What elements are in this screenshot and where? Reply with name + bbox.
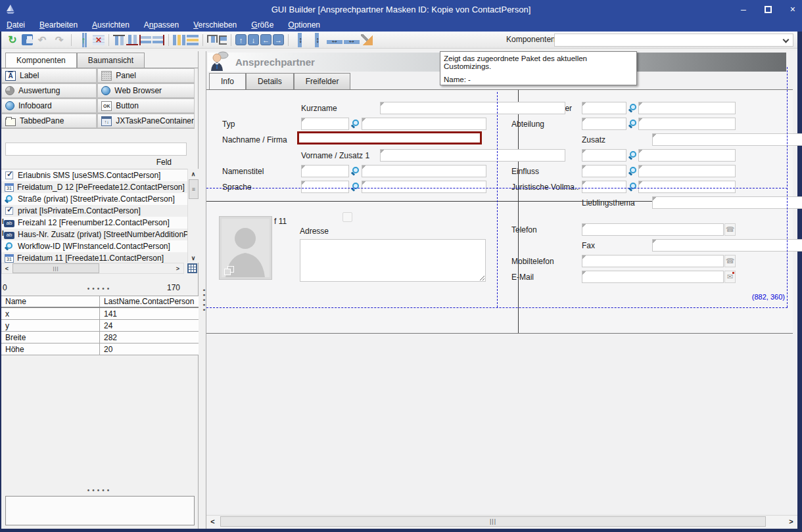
toolbar-icon[interactable]: ← bbox=[260, 34, 271, 45]
change-photo-icon[interactable] bbox=[223, 265, 235, 276]
toolbar-icon[interactable] bbox=[108, 34, 109, 46]
menu-item[interactable]: Verschieben bbox=[193, 20, 237, 30]
menu-item[interactable]: Ausrichten bbox=[92, 20, 130, 30]
component-button[interactable]: Web Browser bbox=[97, 83, 195, 98]
toolbar-icon[interactable] bbox=[288, 34, 289, 46]
field-filter-label[interactable]: Feld bbox=[156, 158, 172, 167]
send-email-icon[interactable] bbox=[724, 271, 736, 283]
menu-item[interactable]: Bearbeiten bbox=[39, 20, 78, 30]
component-button[interactable]: TabbedPane bbox=[1, 114, 97, 128]
property-value[interactable]: 24 bbox=[100, 321, 199, 330]
toolbar-icon[interactable] bbox=[22, 34, 33, 45]
field-input[interactable] bbox=[652, 133, 802, 146]
toolbar-icon[interactable]: ↑ bbox=[76, 33, 91, 47]
toolbar-icon[interactable] bbox=[113, 35, 125, 45]
panel-splitter[interactable]: ••••• bbox=[199, 51, 206, 529]
scroll-up-icon[interactable]: ∧ bbox=[188, 169, 199, 179]
field-list-item[interactable]: privat [IsPrivateEm.ContactPerson] bbox=[1, 205, 187, 217]
field-code-input[interactable] bbox=[582, 149, 626, 162]
field-text-input[interactable] bbox=[362, 118, 486, 130]
left-panel-tab[interactable]: Baumansicht bbox=[77, 53, 145, 68]
toolbar-icon[interactable]: ↓ bbox=[248, 34, 259, 45]
horizontal-splitter-handle[interactable]: ••••• bbox=[1, 285, 198, 292]
toolbar-icon[interactable] bbox=[202, 34, 203, 46]
canvas-hscroll-thumb[interactable]: ||| bbox=[220, 516, 766, 527]
toolbar-icon[interactable]: ↕ bbox=[310, 33, 325, 47]
field-list-item[interactable]: Freidatum_D 12 [PeFreedate12.ContactPers… bbox=[1, 181, 187, 193]
field-list-item[interactable]: Erlaubnis SMS [useSMS.ContactPerson] bbox=[1, 169, 187, 181]
contact-photo-placeholder[interactable] bbox=[220, 217, 271, 279]
address-checkbox[interactable] bbox=[342, 212, 352, 222]
field-text-input[interactable] bbox=[638, 118, 736, 130]
component-button[interactable]: ↑↓ JXTaskPaneContainer bbox=[97, 114, 195, 128]
field-input[interactable] bbox=[380, 102, 565, 114]
component-button[interactable]: A Label bbox=[1, 68, 97, 83]
lookup-search-icon[interactable] bbox=[627, 150, 638, 162]
field-code-input[interactable] bbox=[582, 102, 626, 114]
field-list-item[interactable]: Workflow-ID [WFInstanceId.ContactPerson] bbox=[1, 240, 187, 252]
field-input[interactable] bbox=[652, 196, 802, 209]
field-list-item[interactable]: Freizahl 12 [Freenumber12.ContactPerson] bbox=[1, 217, 187, 229]
field-list-vscrollbar[interactable]: ∧ ≡ ∨ bbox=[187, 169, 199, 263]
canvas-hscrollbar[interactable]: < ||| > bbox=[206, 515, 797, 527]
property-row[interactable]: Höhe 20 bbox=[1, 344, 199, 355]
scroll-down-icon[interactable]: ∨ bbox=[188, 253, 199, 263]
toolbar-icon[interactable]: ↕ bbox=[293, 33, 308, 47]
field-input[interactable] bbox=[652, 239, 802, 252]
form-tab[interactable]: Freifelder bbox=[294, 73, 351, 89]
komponenten-combobox[interactable] bbox=[554, 33, 793, 47]
toolbar-icon[interactable]: ↔ bbox=[327, 33, 342, 47]
scroll-right-icon[interactable]: > bbox=[173, 263, 183, 273]
lookup-search-icon[interactable] bbox=[350, 118, 360, 130]
lookup-search-icon[interactable] bbox=[627, 118, 638, 130]
horizontal-splitter-handle-2[interactable]: ••••• bbox=[1, 487, 198, 494]
lookup-search-icon[interactable] bbox=[627, 166, 638, 177]
property-row[interactable]: x 141 bbox=[1, 308, 199, 320]
component-button[interactable]: Auswertung bbox=[1, 83, 97, 98]
field-input[interactable] bbox=[582, 271, 724, 283]
form-tab[interactable]: Info bbox=[209, 73, 246, 89]
lookup-search-icon[interactable] bbox=[627, 102, 638, 114]
toolbar-icon[interactable] bbox=[361, 34, 373, 45]
phone-dial-icon[interactable] bbox=[724, 223, 736, 236]
component-button[interactable]: Infoboard bbox=[1, 99, 97, 113]
property-value[interactable]: LastName.ContactPerson bbox=[100, 297, 199, 306]
lookup-search-icon[interactable] bbox=[627, 181, 638, 193]
field-input[interactable] bbox=[582, 255, 724, 267]
field-input[interactable] bbox=[380, 149, 565, 162]
field-text-input[interactable] bbox=[638, 165, 736, 177]
toolbar-icon[interactable] bbox=[168, 34, 169, 46]
menu-item[interactable]: Datei bbox=[7, 20, 25, 30]
form-tab[interactable]: Details bbox=[246, 73, 294, 89]
toolbar-icon[interactable] bbox=[126, 35, 138, 45]
field-list-item[interactable]: Haus-Nr. Zusatz (privat) [StreetNumberAd… bbox=[1, 229, 187, 240]
property-value[interactable]: 20 bbox=[100, 345, 199, 354]
field-input[interactable] bbox=[582, 223, 724, 236]
menu-item[interactable]: Optionen bbox=[288, 20, 320, 30]
property-value[interactable]: 282 bbox=[100, 333, 199, 342]
selected-field-input[interactable] bbox=[297, 131, 482, 144]
component-button[interactable]: OK Button bbox=[97, 99, 195, 113]
toolbar-icon[interactable]: ↻ bbox=[5, 33, 20, 47]
lookup-search-icon[interactable] bbox=[350, 166, 360, 177]
field-text-input[interactable] bbox=[362, 181, 486, 193]
field-code-input[interactable] bbox=[301, 165, 349, 177]
hscroll-thumb[interactable]: ||| bbox=[12, 263, 99, 273]
field-code-input[interactable] bbox=[582, 181, 626, 193]
field-code-input[interactable] bbox=[301, 181, 349, 193]
toolbar-icon[interactable]: ↔ bbox=[344, 33, 360, 47]
property-value[interactable]: 141 bbox=[100, 309, 199, 319]
field-code-input[interactable] bbox=[582, 165, 626, 177]
toolbar-icon[interactable] bbox=[231, 34, 231, 46]
toolbar-icon[interactable]: ↶ bbox=[34, 33, 50, 47]
toolbar-icon[interactable]: ↷ bbox=[51, 33, 67, 47]
field-text-input[interactable] bbox=[638, 102, 736, 114]
maximize-button[interactable] bbox=[765, 6, 772, 13]
phone-dial-icon[interactable] bbox=[724, 255, 736, 267]
property-row[interactable]: Breite 282 bbox=[1, 332, 199, 344]
toolbar-icon[interactable] bbox=[187, 35, 199, 45]
scroll-left-icon[interactable]: < bbox=[2, 263, 12, 273]
field-text-input[interactable] bbox=[638, 181, 736, 193]
vscroll-thumb[interactable]: ≡ bbox=[189, 179, 199, 199]
field-list-item[interactable]: Straße (privat) [StreetPrivate.ContactPe… bbox=[1, 193, 187, 205]
